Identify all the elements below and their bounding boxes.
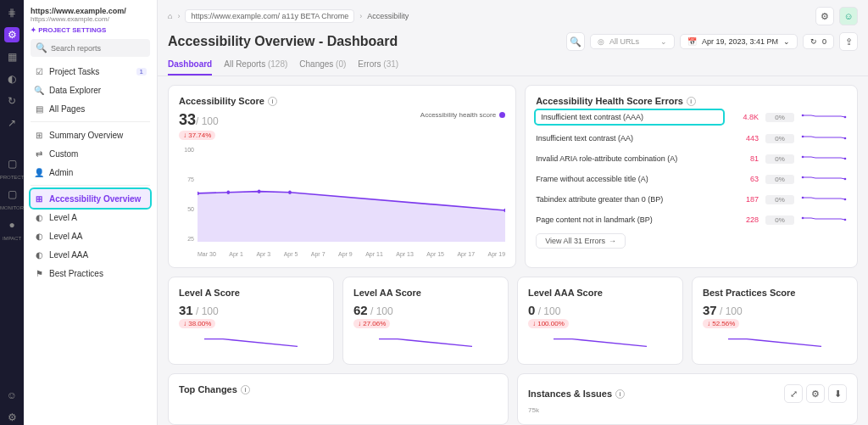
sidebar-item-data-explorer[interactable]: 🔍Data Explorer [31, 81, 150, 99]
content: Accessibility Scorei 33/ 100 ↓ 37.74% Ac… [158, 76, 868, 425]
sidebar-item-summary[interactable]: ⊞Summary Overview [31, 126, 150, 144]
health-errors-card: Accessibility Health Score Errorsi Insuf… [525, 85, 858, 268]
score-value: 62 [353, 303, 368, 317]
project-settings-link[interactable]: ✦ PROJECT SETTINGS [31, 26, 150, 34]
sidebar-item-label: Project Tasks [49, 67, 99, 76]
info-icon[interactable]: i [241, 385, 250, 394]
search-button[interactable]: 🔍 [566, 32, 585, 51]
error-value: 443 [730, 134, 759, 143]
tab-all-reports[interactable]: All Reports (128) [224, 54, 287, 75]
error-row[interactable]: Insufficient text contrast (AAA)4.8K0% [536, 106, 847, 128]
sidebar-item-label: Level AA [49, 232, 82, 241]
sidebar-item-best-practices[interactable]: ⚑Best Practices [31, 264, 150, 282]
card-title: Level AA Score [353, 288, 498, 298]
tab-errors[interactable]: Errors (31) [358, 54, 398, 75]
score-delta: ↓ 100.00% [528, 319, 569, 328]
error-name: Invalid ARIA role-attribute combination … [536, 154, 723, 163]
mini-score-card: Level A Score 31 / 100 ↓ 38.00% [168, 277, 334, 365]
settings-button[interactable]: ⚙ [815, 7, 834, 25]
error-pct: 0% [765, 154, 794, 164]
chevron-down-icon: ⌄ [783, 37, 790, 46]
sparkline [703, 333, 847, 352]
title-bar: Accessibility Overview - Dashboard 🔍 ◎Al… [158, 32, 868, 54]
rail-impact-icon[interactable]: ● [4, 217, 19, 232]
expand-button[interactable]: ⤢ [784, 384, 803, 403]
sparkline [801, 173, 847, 185]
date-select[interactable]: 📅Apr 19, 2023, 3:41 PM⌄ [680, 34, 798, 49]
sidebar-item-label: Data Explorer [49, 86, 101, 95]
refresh-button[interactable]: ↻0 [803, 34, 834, 49]
project-title[interactable]: https://www.example.com/ [31, 7, 150, 15]
rail-settings-icon[interactable]: ⚙ [4, 410, 19, 425]
svg-point-6 [844, 116, 847, 119]
rail-globe-icon[interactable]: ◐ [4, 71, 19, 87]
card-title: Instances & Issues [528, 389, 612, 399]
score-max: / 100 [535, 305, 560, 317]
rail-external-icon[interactable]: ↗ [4, 115, 19, 131]
error-pct: 0% [765, 175, 794, 184]
tab-changes[interactable]: Changes (0) [299, 54, 346, 75]
sidebar-item-level-a[interactable]: ◐Level A [31, 208, 150, 226]
error-row[interactable]: Invalid ARIA role-attribute combination … [536, 148, 847, 169]
legend-dot-icon [499, 112, 505, 118]
error-pct: 0% [765, 113, 794, 122]
search-input-wrap[interactable]: 🔍 [31, 39, 150, 57]
nav-separator [31, 121, 150, 122]
card-title: Level AAA Score [528, 288, 672, 298]
svg-point-9 [802, 156, 804, 159]
tab-dashboard[interactable]: Dashboard [168, 54, 212, 75]
svg-point-1 [227, 191, 231, 194]
rail-refresh-icon[interactable]: ↻ [4, 93, 19, 109]
search-input[interactable] [51, 44, 146, 53]
rail-impact-label: IMPACT [3, 236, 21, 241]
rail-help-icon[interactable]: ☺ [4, 388, 19, 403]
sidebar-item-admin[interactable]: 👤Admin [31, 163, 150, 182]
legend-label: Accessibility health score [420, 111, 496, 119]
level-aaa-icon: ◐ [34, 249, 44, 260]
rail-protect-icon[interactable]: ▢ [4, 156, 19, 171]
sparkline [179, 333, 323, 352]
sparkline [801, 153, 847, 165]
rail-plug-icon[interactable]: ⚙ [4, 27, 19, 42]
rail-monitor-icon[interactable]: ▢ [4, 187, 19, 202]
error-row[interactable]: Page content not in landmark (BP)2280% [536, 210, 847, 230]
share-button[interactable]: ⇪ [839, 32, 858, 51]
sidebar-item-all-pages[interactable]: ▤All Pages [31, 99, 150, 118]
home-icon[interactable]: ⌂ [168, 12, 172, 20]
sidebar-item-tasks[interactable]: ☑Project Tasks1 [31, 62, 150, 81]
sidebar-item-label: Summary Overview [49, 131, 123, 140]
view-all-errors-button[interactable]: View All 31 Errors→ [536, 233, 626, 249]
info-icon[interactable]: i [615, 389, 625, 399]
project-subtitle: https://www.example.com/ [31, 15, 150, 23]
error-row[interactable]: Insufficient text contrast (AA)4430% [536, 128, 847, 148]
sparkline [528, 333, 672, 352]
info-icon[interactable]: i [268, 97, 277, 106]
rail-dashboard-icon[interactable]: ▦ [4, 49, 19, 64]
error-row[interactable]: Tabindex attribute greater than 0 (BP)18… [536, 189, 847, 210]
sidebar-item-custom[interactable]: ⇄Custom [31, 144, 150, 163]
score-delta: ↓ 27.06% [353, 319, 390, 328]
sidebar-item-level-aa[interactable]: ◐Level AA [31, 226, 150, 245]
download-button[interactable]: ⬇ [828, 384, 847, 403]
user-avatar[interactable]: ☺ [839, 7, 858, 25]
chevron-right-icon: › [359, 12, 362, 20]
chart-settings-button[interactable]: ⚙ [806, 384, 825, 403]
refresh-icon: ↻ [810, 37, 817, 46]
error-value: 81 [730, 154, 759, 163]
tasks-icon: ☑ [34, 66, 44, 76]
info-icon[interactable]: i [687, 97, 696, 106]
issues-y-tick: 75k [528, 406, 847, 414]
card-title: Level A Score [179, 288, 323, 298]
error-row[interactable]: Frame without accessible title (A)630% [536, 169, 847, 189]
error-pct: 0% [765, 134, 794, 143]
sidebar-item-level-aaa[interactable]: ◐Level AAA [31, 245, 150, 264]
search-icon: 🔍 [36, 42, 47, 53]
breadcrumb-project[interactable]: https://www.example.com/ a11y BETA Chrom… [185, 9, 354, 23]
admin-icon: 👤 [34, 167, 44, 177]
error-name: Frame without accessible title (A) [536, 175, 723, 183]
rail-grid-icon[interactable]: ⋕ [4, 5, 19, 20]
chevron-down-icon: ⌄ [660, 37, 667, 46]
error-value: 4.8K [730, 113, 759, 121]
segment-select[interactable]: ◎All URLs⌄ [590, 34, 675, 49]
sidebar-item-accessibility-overview[interactable]: ⊞Accessibility Overview [31, 189, 150, 208]
